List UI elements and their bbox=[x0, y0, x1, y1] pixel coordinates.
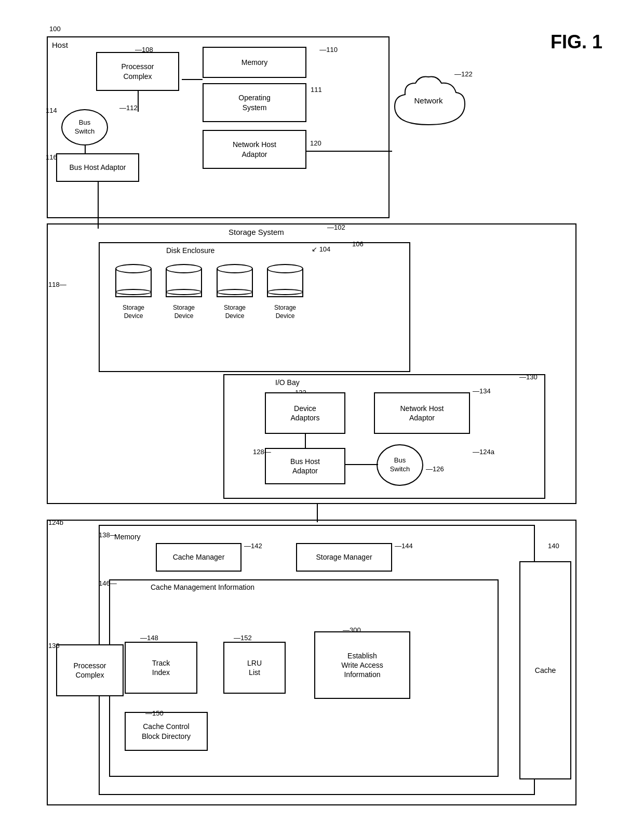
connector-da-bha-v bbox=[305, 434, 306, 448]
ref-124a: —124a bbox=[473, 448, 494, 456]
storage-manager-box: Storage Manager bbox=[296, 543, 392, 572]
bus-host-adaptor-bottom: Bus HostAdaptor bbox=[265, 448, 345, 484]
track-index-box: TrackIndex bbox=[125, 642, 197, 694]
cache-manager-box: Cache Manager bbox=[156, 543, 242, 572]
ref-148: —148 bbox=[140, 634, 158, 642]
network-cloud: Network bbox=[384, 73, 473, 135]
storage-device-3: StorageDevice bbox=[214, 264, 255, 320]
lru-list-box: LRUList bbox=[223, 642, 286, 694]
ref-122: —122 bbox=[454, 70, 473, 78]
ref-100: 100 bbox=[49, 25, 61, 33]
ref-124b: 124b bbox=[48, 519, 63, 526]
ref-140: 140 bbox=[548, 542, 559, 550]
bus-switch-top: BusSwitch bbox=[61, 109, 108, 145]
cache-mgmt-label: Cache Management Information bbox=[151, 583, 254, 591]
ref-108: —108 bbox=[135, 46, 153, 54]
device-adaptors-box: DeviceAdaptors bbox=[265, 392, 345, 434]
ref-134: —134 bbox=[473, 387, 491, 395]
connector-mem-os bbox=[182, 79, 203, 80]
ref-120: 120 bbox=[310, 139, 321, 147]
bus-host-adaptor-top: Bus Host Adaptor bbox=[56, 153, 139, 182]
ref-102: —102 bbox=[327, 223, 345, 231]
processor-complex-lower-box: ProcessorComplex bbox=[56, 644, 124, 696]
ref-118: 118— bbox=[48, 281, 66, 288]
ref-114: 114 bbox=[46, 107, 57, 114]
memory-box: Memory bbox=[203, 47, 306, 78]
diagram: FIG. 1 100 Host Memory —110 OperatingSys… bbox=[0, 0, 644, 834]
establish-write-box: EstablishWrite AccessInformation bbox=[314, 631, 410, 699]
connector-bs-bha bbox=[85, 145, 86, 153]
connector-proc-bs bbox=[138, 91, 139, 112]
ref-104: ↙ 104 bbox=[312, 245, 330, 253]
ref-152: —152 bbox=[234, 634, 252, 642]
cache-box: Cache bbox=[519, 561, 571, 779]
ref-111: 111 bbox=[311, 86, 322, 94]
io-bay-label: I/O Bay bbox=[275, 378, 300, 387]
network-host-adaptor-bottom: Network HostAdaptor bbox=[374, 392, 470, 434]
ref-142: —142 bbox=[244, 542, 262, 550]
bus-switch-bottom: BusSwitch bbox=[377, 444, 423, 486]
connector-nha-net bbox=[306, 151, 392, 152]
ref-126: —126 bbox=[426, 465, 444, 473]
ref-300: —300 bbox=[343, 626, 361, 634]
storage-device-2: StorageDevice bbox=[164, 264, 204, 320]
ref-112: —112 bbox=[119, 104, 138, 112]
ref-106: 106 bbox=[352, 240, 364, 248]
ref-150: —150 bbox=[145, 709, 164, 717]
processor-complex-box: ProcessorComplex bbox=[96, 52, 179, 91]
ref-116: 116 bbox=[46, 153, 57, 161]
os-box: OperatingSystem bbox=[203, 83, 306, 122]
ref-144: —144 bbox=[395, 542, 413, 550]
disk-enclosure-label: Disk Enclosure bbox=[166, 246, 214, 255]
connector-bha-top-v bbox=[98, 182, 99, 223]
storage-device-1: StorageDevice bbox=[113, 264, 154, 320]
ref-130: —130 bbox=[519, 373, 538, 381]
storage-device-4: StorageDevice bbox=[265, 264, 305, 320]
cache-control-block-box: Cache ControlBlock Directory bbox=[125, 712, 208, 751]
network-host-adaptor-top: Network HostAdaptor bbox=[203, 130, 306, 169]
network-label: Network bbox=[384, 96, 473, 105]
fig-label: FIG. 1 bbox=[551, 31, 602, 53]
ref-128: 128— bbox=[253, 448, 271, 456]
ref-136: 136 bbox=[48, 642, 60, 650]
storage-system-label: Storage System bbox=[229, 228, 284, 236]
ref-146: 146— bbox=[99, 579, 117, 587]
connector-bha-bs bbox=[345, 464, 378, 465]
connector-storage-lower-v bbox=[317, 504, 318, 522]
ref-110: —110 bbox=[319, 46, 338, 54]
